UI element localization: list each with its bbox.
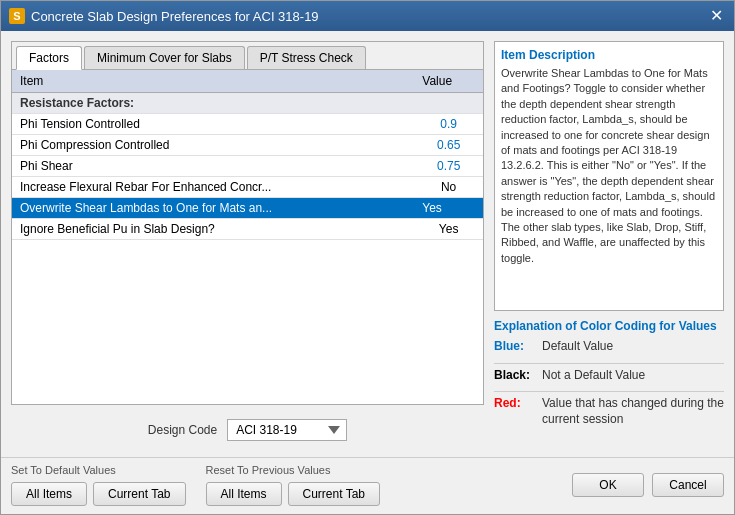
color-coding-desc: Not a Default Value bbox=[542, 368, 645, 384]
color-coding-divider bbox=[494, 363, 724, 364]
table-area: Item Value Resistance Factors:Phi Tensio… bbox=[12, 70, 483, 404]
title-bar-left: S Concrete Slab Design Preferences for A… bbox=[9, 8, 319, 24]
app-icon: S bbox=[9, 8, 25, 24]
color-coding-items: Blue:Default ValueBlack:Not a Default Va… bbox=[494, 339, 724, 427]
set-default-group: Set To Default Values All Items Current … bbox=[11, 464, 186, 506]
bottom-right: OK Cancel bbox=[572, 473, 724, 497]
table-cell-item: Phi Compression Controlled bbox=[12, 135, 414, 156]
reset-previous-all-items-button[interactable]: All Items bbox=[206, 482, 282, 506]
design-code-label: Design Code bbox=[148, 423, 217, 437]
tab-minimum-cover[interactable]: Minimum Cover for Slabs bbox=[84, 46, 245, 69]
color-coding-color-label: Blue: bbox=[494, 339, 534, 353]
table-cell-value: Yes bbox=[414, 219, 483, 240]
color-coding-box: Explanation of Color Coding for Values B… bbox=[494, 319, 724, 435]
reset-previous-buttons: All Items Current Tab bbox=[206, 482, 381, 506]
table-cell-item: Resistance Factors: bbox=[12, 93, 483, 114]
design-code-row: Design Code ACI 318-19ACI 318-14ACI 318-… bbox=[11, 413, 484, 447]
table-cell-value: 0.75 bbox=[414, 156, 483, 177]
design-code-select[interactable]: ACI 318-19ACI 318-14ACI 318-11 bbox=[227, 419, 347, 441]
table-row[interactable]: Ignore Beneficial Pu in Slab Design?Yes bbox=[12, 219, 483, 240]
window-title: Concrete Slab Design Preferences for ACI… bbox=[31, 9, 319, 24]
color-coding-item: Blue:Default Value bbox=[494, 339, 724, 355]
tab-factors[interactable]: Factors bbox=[16, 46, 82, 70]
table-row[interactable]: Overwrite Shear Lambdas to One for Mats … bbox=[12, 198, 483, 219]
set-default-all-items-button[interactable]: All Items bbox=[11, 482, 87, 506]
item-description-text: Overwrite Shear Lambdas to One for Mats … bbox=[501, 66, 717, 266]
tabs-header: Factors Minimum Cover for Slabs P/T Stre… bbox=[12, 42, 483, 70]
set-default-buttons: All Items Current Tab bbox=[11, 482, 186, 506]
left-panel: Factors Minimum Cover for Slabs P/T Stre… bbox=[11, 41, 484, 447]
tabs-container: Factors Minimum Cover for Slabs P/T Stre… bbox=[11, 41, 484, 405]
tab-pt-stress[interactable]: P/T Stress Check bbox=[247, 46, 366, 69]
set-default-label: Set To Default Values bbox=[11, 464, 186, 476]
bottom-left: Set To Default Values All Items Current … bbox=[11, 464, 380, 506]
color-coding-color-label: Black: bbox=[494, 368, 534, 382]
table-cell-value: 0.9 bbox=[414, 114, 483, 135]
table-cell-value: No bbox=[414, 177, 483, 198]
bottom-bar: Set To Default Values All Items Current … bbox=[1, 457, 734, 514]
col-item-header: Item bbox=[12, 70, 414, 93]
color-coding-divider bbox=[494, 391, 724, 392]
table-cell-item: Overwrite Shear Lambdas to One for Mats … bbox=[12, 198, 414, 219]
set-default-current-tab-button[interactable]: Current Tab bbox=[93, 482, 185, 506]
table-row[interactable]: Phi Tension Controlled0.9 bbox=[12, 114, 483, 135]
color-coding-color-label: Red: bbox=[494, 396, 534, 410]
title-bar: S Concrete Slab Design Preferences for A… bbox=[1, 1, 734, 31]
main-content: Factors Minimum Cover for Slabs P/T Stre… bbox=[1, 31, 734, 457]
table-row[interactable]: Phi Compression Controlled0.65 bbox=[12, 135, 483, 156]
ok-button[interactable]: OK bbox=[572, 473, 644, 497]
cancel-button[interactable]: Cancel bbox=[652, 473, 724, 497]
table-cell-value: 0.65 bbox=[414, 135, 483, 156]
reset-previous-current-tab-button[interactable]: Current Tab bbox=[288, 482, 380, 506]
table-row[interactable]: Phi Shear0.75 bbox=[12, 156, 483, 177]
preferences-table: Item Value Resistance Factors:Phi Tensio… bbox=[12, 70, 483, 240]
reset-previous-group: Reset To Previous Values All Items Curre… bbox=[206, 464, 381, 506]
table-cell-value: Yes bbox=[414, 198, 483, 219]
right-panel: Item Description Overwrite Shear Lambdas… bbox=[494, 41, 724, 447]
close-button[interactable]: ✕ bbox=[706, 6, 726, 26]
table-cell-item: Increase Flexural Rebar For Enhanced Con… bbox=[12, 177, 414, 198]
table-row[interactable]: Resistance Factors: bbox=[12, 93, 483, 114]
table-cell-item: Phi Tension Controlled bbox=[12, 114, 414, 135]
color-coding-desc: Default Value bbox=[542, 339, 613, 355]
table-cell-item: Ignore Beneficial Pu in Slab Design? bbox=[12, 219, 414, 240]
col-value-header: Value bbox=[414, 70, 483, 93]
main-window: S Concrete Slab Design Preferences for A… bbox=[0, 0, 735, 515]
reset-previous-label: Reset To Previous Values bbox=[206, 464, 381, 476]
color-coding-item: Black:Not a Default Value bbox=[494, 368, 724, 384]
item-description-title: Item Description bbox=[501, 48, 717, 62]
table-row[interactable]: Increase Flexural Rebar For Enhanced Con… bbox=[12, 177, 483, 198]
color-coding-item: Red:Value that has changed during the cu… bbox=[494, 396, 724, 427]
color-coding-desc: Value that has changed during the curren… bbox=[542, 396, 724, 427]
table-cell-item: Phi Shear bbox=[12, 156, 414, 177]
item-description-box: Item Description Overwrite Shear Lambdas… bbox=[494, 41, 724, 311]
color-coding-title: Explanation of Color Coding for Values bbox=[494, 319, 724, 333]
